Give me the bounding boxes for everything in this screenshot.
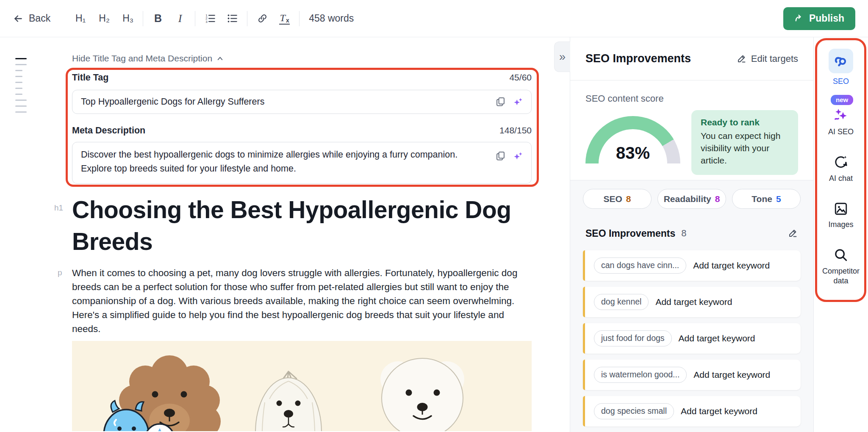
rail-label-seo[interactable]: SEO	[833, 77, 849, 86]
clear-formatting-icon: Tx	[279, 13, 290, 25]
meta-description-input[interactable]: Discover the best hypoallergenic dogs to…	[81, 148, 489, 176]
ordered-list-button[interactable]: 123	[203, 10, 217, 28]
copy-icon[interactable]	[495, 96, 506, 108]
panel-title: SEO Improvements	[585, 52, 691, 65]
rank-status-body: You can expect high visibility with your…	[701, 130, 789, 167]
bullet-list-icon	[227, 13, 238, 24]
keyword-chip: dog species small	[594, 403, 674, 419]
readability-score-count: 8	[715, 194, 720, 204]
publish-arrow-icon	[794, 14, 804, 23]
document-outline[interactable]	[15, 58, 27, 113]
tools-rail: SEO new AI SEO AI chat Images Competitor…	[813, 37, 868, 432]
tab-seo-score[interactable]: SEO 8	[583, 189, 652, 209]
collapse-panel-icon: »	[559, 50, 566, 64]
dogs-illustration	[72, 341, 532, 431]
title-tag-label: Title Tag	[72, 72, 108, 83]
toolbar-divider	[299, 11, 300, 26]
add-target-keyword-label: Add target keyword	[693, 370, 770, 380]
heading-3-button[interactable]: H₃	[121, 10, 135, 28]
article-heading[interactable]: Choosing the Best Hypoallergenic Dog Bre…	[72, 194, 532, 258]
bichon-dog	[380, 358, 464, 431]
seo-score-section: SEO content score 83% Ready to rank You …	[570, 80, 813, 180]
pencil-icon	[737, 54, 747, 64]
link-icon	[257, 13, 268, 24]
title-tag-input-wrapper	[72, 90, 532, 114]
rail-label-ai-chat[interactable]: AI chat	[829, 174, 853, 183]
meta-description-label: Meta Description	[72, 125, 145, 136]
keyword-chip: can dogs have cinn...	[594, 258, 686, 274]
chevron-up-icon	[216, 55, 224, 63]
clear-formatting-button[interactable]: Tx	[277, 10, 291, 28]
title-tag-counter: 45/60	[509, 72, 532, 83]
keyword-suggestion-row[interactable]: dog species small Add target keyword	[583, 396, 801, 426]
rail-label-ai-seo[interactable]: AI SEO	[828, 127, 854, 137]
keyword-suggestion-row[interactable]: just food for dogs Add target keyword	[583, 323, 801, 354]
rail-item-competitor-data[interactable]	[833, 247, 849, 263]
keyword-suggestions-list: can dogs have cinn... Add target keyword…	[583, 250, 801, 426]
rank-status-card: Ready to rank You can expect high visibi…	[691, 110, 798, 175]
keyword-chip: is watermelon good...	[594, 367, 687, 383]
improvements-list-title: SEO Improvements	[585, 228, 675, 239]
rail-label-competitor-data[interactable]: Competitor data	[820, 266, 862, 285]
bullet-list-button[interactable]	[225, 10, 239, 28]
rail-item-ai-seo[interactable]	[832, 107, 849, 124]
tone-score-count: 5	[776, 194, 781, 204]
copy-icon[interactable]	[495, 150, 506, 162]
link-button[interactable]	[255, 10, 269, 28]
collapse-panel-button[interactable]: »	[554, 42, 570, 72]
keyword-chip: just food for dogs	[594, 330, 672, 346]
toolbar-divider	[247, 11, 247, 26]
toolbar-divider	[143, 11, 143, 26]
tab-readability-score[interactable]: Readability 8	[657, 189, 726, 209]
bold-button[interactable]: B	[151, 10, 165, 28]
toolbar-divider	[195, 11, 195, 26]
article-paragraph[interactable]: When it comes to choosing a pet, many do…	[72, 266, 530, 336]
keyword-suggestion-row[interactable]: is watermelon good... Add target keyword	[583, 360, 801, 390]
hide-title-meta-label: Hide Title Tag and Meta Description	[72, 53, 212, 64]
seo-score-gauge: 83%	[585, 116, 680, 163]
back-arrow-icon	[13, 13, 24, 24]
word-count: 458 words	[309, 13, 354, 24]
rail-item-images[interactable]	[833, 201, 849, 216]
rail-item-seo[interactable]	[829, 49, 853, 73]
seo-panel: » SEO Improvements Edit targets SEO cont…	[570, 37, 813, 432]
heading-1-button[interactable]: H₁	[73, 10, 88, 28]
back-button[interactable]: Back	[13, 13, 50, 24]
improvements-count: 8	[681, 228, 686, 239]
ai-sparkle-icon[interactable]	[512, 96, 524, 108]
rail-label-images[interactable]: Images	[828, 220, 853, 230]
publish-button[interactable]: Publish	[783, 7, 855, 30]
publish-label: Publish	[809, 13, 844, 24]
meta-description-input-wrapper: Discover the best hypoallergenic dogs to…	[72, 142, 532, 184]
italic-button[interactable]: I	[173, 10, 187, 28]
images-icon	[833, 201, 849, 216]
rank-status-title: Ready to rank	[701, 117, 789, 127]
add-target-keyword-label: Add target keyword	[681, 406, 757, 416]
keyword-suggestion-row[interactable]: dog kennel Add target keyword	[583, 287, 801, 317]
keyword-suggestion-row[interactable]: can dogs have cinn... Add target keyword	[583, 250, 801, 281]
seo-icon	[833, 53, 849, 69]
ordered-list-icon: 123	[205, 13, 216, 24]
document-editor: Hide Title Tag and Meta Description Titl…	[0, 37, 570, 432]
edit-improvements-button[interactable]	[788, 228, 798, 238]
edit-targets-button[interactable]: Edit targets	[737, 53, 798, 64]
edit-targets-label: Edit targets	[751, 53, 798, 64]
meta-description-counter: 148/150	[499, 125, 532, 136]
add-target-keyword-label: Add target keyword	[655, 297, 732, 307]
add-target-keyword-label: Add target keyword	[679, 333, 755, 343]
seo-score-count: 8	[626, 194, 631, 204]
ai-seo-sparkles-icon	[832, 107, 849, 124]
competitor-search-icon	[833, 247, 849, 263]
ai-sparkle-icon[interactable]	[512, 150, 524, 162]
article-image-dogs	[72, 341, 532, 431]
title-tag-input[interactable]	[81, 97, 495, 107]
heading-2-button[interactable]: H₂	[97, 10, 111, 28]
h1-block-marker: h1	[54, 203, 63, 213]
pencil-icon	[788, 228, 798, 238]
paragraph-block-marker: p	[58, 268, 62, 277]
tab-tone-score[interactable]: Tone 5	[732, 189, 801, 209]
hide-title-meta-toggle[interactable]: Hide Title Tag and Meta Description	[72, 53, 224, 64]
rail-item-ai-chat[interactable]	[833, 154, 849, 170]
ai-chat-icon	[833, 154, 849, 170]
keyword-chip: dog kennel	[594, 294, 649, 310]
